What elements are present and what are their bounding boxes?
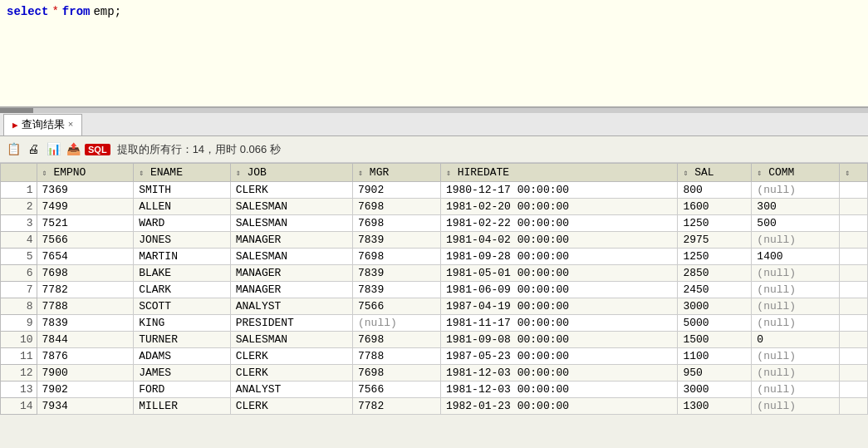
sql-editor[interactable]: select * from emp; (0, 0, 868, 108)
table-row[interactable]: 97839KINGPRESIDENT(null)1981-11-17 00:00… (1, 315, 868, 332)
tab-close-button[interactable]: × (68, 120, 74, 130)
table-row[interactable]: 87788SCOTTANALYST75661987-04-19 00:00:00… (1, 298, 868, 315)
table-row[interactable]: 47566JONESMANAGER78391981-04-02 00:00:00… (1, 232, 868, 249)
col-ename[interactable]: ⇕ ENAME (134, 164, 231, 182)
col-empno[interactable]: ⇕ EMPNO (37, 164, 134, 182)
row-number: 14 (1, 398, 37, 415)
table-row[interactable]: 147934MILLERCLERK77821982-01-23 00:00:00… (1, 398, 868, 415)
col-mgr[interactable]: ⇕ MGR (353, 164, 441, 182)
cell-empno: 7499 (37, 199, 134, 215)
cell-extra (840, 265, 868, 282)
cell-sal: 3000 (678, 298, 752, 315)
cell-sal: 2850 (678, 265, 752, 282)
cell-hiredate: 1981-02-20 00:00:00 (440, 199, 677, 215)
cell-extra (840, 215, 868, 232)
cell-mgr: 7698 (353, 249, 441, 265)
col-comm[interactable]: ⇕ COMM (752, 164, 840, 182)
row-number: 9 (1, 315, 37, 332)
toolbar: 📋 🖨 📊 📤 SQL 提取的所有行：14，用时 0.066 秒 (0, 136, 868, 163)
cell-job: ANALYST (230, 382, 352, 398)
cell-mgr: 7566 (353, 298, 441, 315)
col-extra: ⇕ (840, 164, 868, 182)
cell-ename: JAMES (134, 365, 231, 382)
cell-comm: (null) (752, 282, 840, 298)
sql-badge[interactable]: SQL (85, 144, 110, 155)
toolbar-info: 提取的所有行：14，用时 0.066 秒 (117, 142, 281, 157)
toolbar-icon-1[interactable]: 📋 (5, 141, 22, 158)
col-hiredate[interactable]: ⇕ HIREDATE (440, 164, 677, 182)
cell-comm: (null) (752, 365, 840, 382)
col-sal[interactable]: ⇕ SAL (678, 164, 752, 182)
cell-hiredate: 1981-12-03 00:00:00 (440, 382, 677, 398)
cell-comm: 0 (752, 332, 840, 348)
table-row[interactable]: 77782CLARKMANAGER78391981-06-09 00:00:00… (1, 282, 868, 298)
table-row[interactable]: 107844TURNERSALESMAN76981981-09-08 00:00… (1, 332, 868, 348)
cell-sal: 5000 (678, 315, 752, 332)
cell-empno: 7654 (37, 249, 134, 265)
table-row[interactable]: 117876ADAMSCLERK77881987-05-23 00:00:001… (1, 348, 868, 365)
toolbar-icon-2[interactable]: 🖨 (25, 141, 42, 158)
row-number: 2 (1, 199, 37, 215)
cell-hiredate: 1982-01-23 00:00:00 (440, 398, 677, 415)
result-table-container[interactable]: ⇕ EMPNO ⇕ ENAME ⇕ JOB ⇕ MGR ⇕ HIREDATE ⇕… (0, 163, 868, 415)
row-number: 7 (1, 282, 37, 298)
cell-empno: 7369 (37, 182, 134, 199)
cell-extra (840, 232, 868, 249)
cell-job: CLERK (230, 348, 352, 365)
col-job[interactable]: ⇕ JOB (230, 164, 352, 182)
cell-extra (840, 365, 868, 382)
cell-hiredate: 1981-04-02 00:00:00 (440, 232, 677, 249)
cell-comm: (null) (752, 382, 840, 398)
cell-sal: 1600 (678, 199, 752, 215)
cell-ename: SMITH (134, 182, 231, 199)
table-row[interactable]: 57654MARTINSALESMAN76981981-09-28 00:00:… (1, 249, 868, 265)
cell-sal: 1250 (678, 249, 752, 265)
cell-empno: 7698 (37, 265, 134, 282)
sql-select-keyword: select (7, 5, 48, 18)
cell-comm: (null) (752, 232, 840, 249)
cell-ename: ALLEN (134, 199, 231, 215)
cell-comm: (null) (752, 298, 840, 315)
cell-extra (840, 398, 868, 415)
table-row[interactable]: 17369SMITHCLERK79021980-12-17 00:00:0080… (1, 182, 868, 199)
row-number: 10 (1, 332, 37, 348)
sql-star: * (51, 5, 58, 18)
cell-ename: FORD (134, 382, 231, 398)
row-number: 6 (1, 265, 37, 282)
table-row[interactable]: 37521WARDSALESMAN76981981-02-22 00:00:00… (1, 215, 868, 232)
cell-mgr: 7698 (353, 365, 441, 382)
cell-mgr: 7902 (353, 182, 441, 199)
cell-comm: 300 (752, 199, 840, 215)
cell-extra (840, 182, 868, 199)
cell-empno: 7876 (37, 348, 134, 365)
cell-job: ANALYST (230, 298, 352, 315)
toolbar-icon-4[interactable]: 📤 (65, 141, 81, 158)
table-row[interactable]: 137902FORDANALYST75661981-12-03 00:00:00… (1, 382, 868, 398)
cell-mgr: 7839 (353, 232, 441, 249)
cell-sal: 1100 (678, 348, 752, 365)
cell-job: SALESMAN (230, 199, 352, 215)
cell-sal: 1500 (678, 332, 752, 348)
table-row[interactable]: 27499ALLENSALESMAN76981981-02-20 00:00:0… (1, 199, 868, 215)
cell-hiredate: 1981-02-22 00:00:00 (440, 215, 677, 232)
cell-comm: (null) (752, 398, 840, 415)
tab-result-icon: ▶ (12, 120, 18, 130)
cell-empno: 7782 (37, 282, 134, 298)
table-row[interactable]: 127900JAMESCLERK76981981-12-03 00:00:009… (1, 365, 868, 382)
tab-label: 查询结果 (22, 117, 65, 132)
cell-sal: 1300 (678, 398, 752, 415)
result-table: ⇕ EMPNO ⇕ ENAME ⇕ JOB ⇕ MGR ⇕ HIREDATE ⇕… (0, 163, 868, 415)
cell-comm: (null) (752, 348, 840, 365)
editor-scrollbar[interactable] (0, 108, 868, 113)
col-rownum (1, 164, 37, 182)
cell-mgr: 7566 (353, 382, 441, 398)
toolbar-icon-3[interactable]: 📊 (45, 141, 61, 158)
result-tab[interactable]: ▶ 查询结果 × (3, 114, 82, 135)
cell-empno: 7788 (37, 298, 134, 315)
cell-comm: 500 (752, 215, 840, 232)
cell-ename: BLAKE (134, 265, 231, 282)
cell-sal: 3000 (678, 382, 752, 398)
cell-extra (840, 382, 868, 398)
table-row[interactable]: 67698BLAKEMANAGER78391981-05-01 00:00:00… (1, 265, 868, 282)
cell-mgr: 7839 (353, 265, 441, 282)
